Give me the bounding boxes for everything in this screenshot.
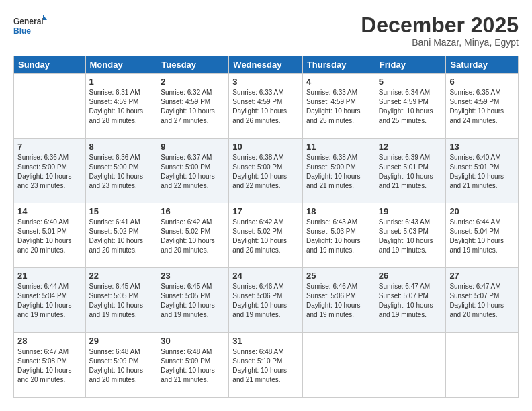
- calendar-cell: 27Sunrise: 6:47 AM Sunset: 5:07 PM Dayli…: [446, 268, 519, 332]
- calendar-week-row: 14Sunrise: 6:40 AM Sunset: 5:01 PM Dayli…: [14, 203, 519, 267]
- day-number: 17: [232, 206, 299, 216]
- calendar-cell: 13Sunrise: 6:40 AM Sunset: 5:01 PM Dayli…: [446, 138, 519, 203]
- day-info: Sunrise: 6:43 AM Sunset: 5:03 PM Dayligh…: [306, 218, 371, 255]
- day-info: Sunrise: 6:47 AM Sunset: 5:07 PM Dayligh…: [379, 282, 443, 320]
- day-info: Sunrise: 6:40 AM Sunset: 5:01 PM Dayligh…: [17, 218, 82, 255]
- day-number: 31: [232, 336, 299, 346]
- day-number: 12: [379, 142, 443, 152]
- day-info: Sunrise: 6:34 AM Sunset: 4:59 PM Dayligh…: [379, 88, 443, 126]
- day-info: Sunrise: 6:46 AM Sunset: 5:06 PM Dayligh…: [232, 282, 299, 320]
- day-info: Sunrise: 6:48 AM Sunset: 5:10 PM Dayligh…: [232, 347, 299, 385]
- calendar-cell: 15Sunrise: 6:41 AM Sunset: 5:02 PM Dayli…: [85, 203, 157, 267]
- day-number: 30: [161, 336, 225, 346]
- svg-marker-2: [43, 15, 47, 20]
- calendar-cell: 19Sunrise: 6:43 AM Sunset: 5:03 PM Dayli…: [375, 203, 446, 267]
- day-number: 20: [449, 206, 515, 216]
- day-number: 3: [232, 77, 299, 87]
- logo: General Blue: [13, 13, 47, 38]
- day-info: Sunrise: 6:36 AM Sunset: 5:00 PM Dayligh…: [89, 153, 154, 191]
- day-number: 1: [89, 77, 154, 87]
- calendar-cell: 26Sunrise: 6:47 AM Sunset: 5:07 PM Dayli…: [375, 268, 446, 332]
- calendar-cell: 25Sunrise: 6:46 AM Sunset: 5:06 PM Dayli…: [302, 268, 375, 332]
- day-info: Sunrise: 6:33 AM Sunset: 4:59 PM Dayligh…: [306, 88, 371, 126]
- day-info: Sunrise: 6:35 AM Sunset: 4:59 PM Dayligh…: [449, 88, 515, 126]
- day-info: Sunrise: 6:37 AM Sunset: 5:00 PM Dayligh…: [161, 153, 225, 191]
- day-info: Sunrise: 6:45 AM Sunset: 5:05 PM Dayligh…: [89, 282, 154, 320]
- day-info: Sunrise: 6:42 AM Sunset: 5:02 PM Dayligh…: [232, 218, 299, 255]
- location: Bani Mazar, Minya, Egypt: [361, 37, 519, 48]
- calendar-cell: 21Sunrise: 6:44 AM Sunset: 5:04 PM Dayli…: [14, 268, 86, 332]
- calendar-cell: 10Sunrise: 6:38 AM Sunset: 5:00 PM Dayli…: [229, 138, 303, 203]
- day-info: Sunrise: 6:33 AM Sunset: 4:59 PM Dayligh…: [232, 88, 299, 126]
- logo-svg: General Blue: [13, 13, 47, 38]
- calendar-cell: 11Sunrise: 6:38 AM Sunset: 5:00 PM Dayli…: [302, 138, 375, 203]
- day-number: 13: [449, 142, 515, 152]
- day-info: Sunrise: 6:41 AM Sunset: 5:02 PM Dayligh…: [89, 218, 154, 255]
- day-info: Sunrise: 6:45 AM Sunset: 5:05 PM Dayligh…: [161, 282, 225, 320]
- day-number: 10: [232, 142, 299, 152]
- day-number: 4: [306, 77, 371, 87]
- day-info: Sunrise: 6:38 AM Sunset: 5:00 PM Dayligh…: [306, 153, 371, 191]
- day-number: 7: [17, 142, 82, 152]
- day-info: Sunrise: 6:38 AM Sunset: 5:00 PM Dayligh…: [232, 153, 299, 191]
- day-info: Sunrise: 6:48 AM Sunset: 5:09 PM Dayligh…: [161, 347, 225, 385]
- day-number: 6: [449, 77, 515, 87]
- month-title: December 2025: [361, 13, 519, 37]
- calendar-cell: 28Sunrise: 6:47 AM Sunset: 5:08 PM Dayli…: [14, 332, 86, 397]
- calendar-cell: 24Sunrise: 6:46 AM Sunset: 5:06 PM Dayli…: [229, 268, 303, 332]
- day-number: 18: [306, 206, 371, 216]
- calendar-cell: 2Sunrise: 6:32 AM Sunset: 4:59 PM Daylig…: [157, 74, 229, 138]
- calendar-cell: 3Sunrise: 6:33 AM Sunset: 4:59 PM Daylig…: [229, 74, 303, 138]
- day-number: 14: [17, 206, 82, 216]
- day-number: 15: [89, 206, 154, 216]
- day-number: 28: [17, 336, 82, 346]
- day-number: 26: [379, 271, 443, 281]
- title-block: December 2025 Bani Mazar, Minya, Egypt: [361, 13, 519, 48]
- header: General Blue December 2025 Bani Mazar, M…: [13, 13, 519, 48]
- svg-text:General: General: [13, 17, 44, 26]
- calendar-cell: 16Sunrise: 6:42 AM Sunset: 5:02 PM Dayli…: [157, 203, 229, 267]
- calendar-cell: 31Sunrise: 6:48 AM Sunset: 5:10 PM Dayli…: [229, 332, 303, 397]
- day-number: 22: [89, 271, 154, 281]
- calendar-page: General Blue December 2025 Bani Mazar, M…: [0, 0, 532, 411]
- day-info: Sunrise: 6:31 AM Sunset: 4:59 PM Dayligh…: [89, 88, 154, 126]
- header-friday: Friday: [375, 56, 446, 74]
- day-info: Sunrise: 6:47 AM Sunset: 5:07 PM Dayligh…: [449, 282, 515, 320]
- calendar-cell: 7Sunrise: 6:36 AM Sunset: 5:00 PM Daylig…: [14, 138, 86, 203]
- header-saturday: Saturday: [446, 56, 519, 74]
- header-tuesday: Tuesday: [157, 56, 229, 74]
- calendar-cell: 14Sunrise: 6:40 AM Sunset: 5:01 PM Dayli…: [14, 203, 86, 267]
- calendar-cell: 4Sunrise: 6:33 AM Sunset: 4:59 PM Daylig…: [302, 74, 375, 138]
- day-info: Sunrise: 6:44 AM Sunset: 5:04 PM Dayligh…: [17, 282, 82, 320]
- calendar-cell: 17Sunrise: 6:42 AM Sunset: 5:02 PM Dayli…: [229, 203, 303, 267]
- day-info: Sunrise: 6:42 AM Sunset: 5:02 PM Dayligh…: [161, 218, 225, 255]
- day-number: 16: [161, 206, 225, 216]
- day-info: Sunrise: 6:47 AM Sunset: 5:08 PM Dayligh…: [17, 347, 82, 385]
- calendar-cell: 22Sunrise: 6:45 AM Sunset: 5:05 PM Dayli…: [85, 268, 157, 332]
- calendar-week-row: 7Sunrise: 6:36 AM Sunset: 5:00 PM Daylig…: [14, 138, 519, 203]
- calendar-cell: 29Sunrise: 6:48 AM Sunset: 5:09 PM Dayli…: [85, 332, 157, 397]
- calendar-cell: 30Sunrise: 6:48 AM Sunset: 5:09 PM Dayli…: [157, 332, 229, 397]
- day-number: 11: [306, 142, 371, 152]
- calendar-cell: 20Sunrise: 6:44 AM Sunset: 5:04 PM Dayli…: [446, 203, 519, 267]
- day-number: 21: [17, 271, 82, 281]
- day-number: 29: [89, 336, 154, 346]
- calendar-cell: [14, 74, 86, 138]
- day-info: Sunrise: 6:39 AM Sunset: 5:01 PM Dayligh…: [379, 153, 443, 191]
- header-wednesday: Wednesday: [229, 56, 303, 74]
- day-info: Sunrise: 6:36 AM Sunset: 5:00 PM Dayligh…: [17, 153, 82, 191]
- calendar-cell: [375, 332, 446, 397]
- day-info: Sunrise: 6:46 AM Sunset: 5:06 PM Dayligh…: [306, 282, 371, 320]
- calendar-cell: 12Sunrise: 6:39 AM Sunset: 5:01 PM Dayli…: [375, 138, 446, 203]
- calendar-cell: 23Sunrise: 6:45 AM Sunset: 5:05 PM Dayli…: [157, 268, 229, 332]
- svg-text:Blue: Blue: [13, 26, 31, 36]
- day-info: Sunrise: 6:32 AM Sunset: 4:59 PM Dayligh…: [161, 88, 225, 126]
- day-info: Sunrise: 6:48 AM Sunset: 5:09 PM Dayligh…: [89, 347, 154, 385]
- day-number: 25: [306, 271, 371, 281]
- day-number: 8: [89, 142, 154, 152]
- calendar-cell: 18Sunrise: 6:43 AM Sunset: 5:03 PM Dayli…: [302, 203, 375, 267]
- day-info: Sunrise: 6:43 AM Sunset: 5:03 PM Dayligh…: [379, 218, 443, 255]
- calendar-cell: 1Sunrise: 6:31 AM Sunset: 4:59 PM Daylig…: [85, 74, 157, 138]
- day-info: Sunrise: 6:44 AM Sunset: 5:04 PM Dayligh…: [449, 218, 515, 255]
- header-monday: Monday: [85, 56, 157, 74]
